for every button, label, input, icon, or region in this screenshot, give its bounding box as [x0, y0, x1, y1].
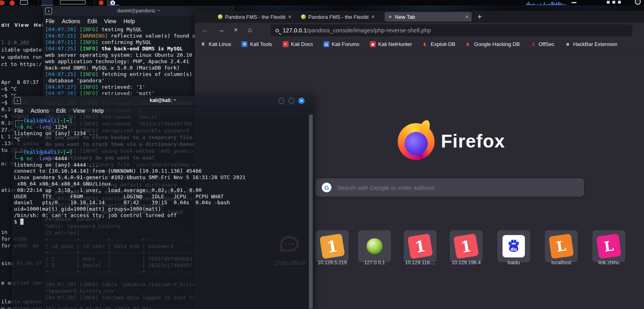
bookmark-kali-nethunter[interactable]: ◆Kali NetHunter [370, 41, 412, 47]
terminal-line: connect to [10.10.14.14] from (UNKNOWN) … [14, 168, 202, 174]
bookmark-label: HackBar Extension [573, 41, 618, 47]
bookmark-kali-linux[interactable]: KKali Linux [200, 41, 231, 47]
home-icon[interactable]: ⌂ [248, 26, 252, 34]
shortcut-icon: L [596, 233, 621, 259]
terminal-line: USER TTY FROM LOGIN@ IDLE JCPU PCPU WHAT [14, 193, 223, 200]
shortcut-baidu[interactable]: du [497, 230, 530, 262]
sparkline-bar [557, 4, 558, 5]
terminal-line: daniel pts/0 10.10.14.14 07:42 39:15 0.0… [14, 199, 230, 206]
bookmark-label: Kali Tools [250, 41, 272, 47]
back-icon[interactable]: ← [202, 26, 209, 34]
bookmark-kali-forums[interactable]: ▤Kali Forums [323, 41, 359, 47]
search-input[interactable]: G Search with Google or enter address [315, 178, 584, 197]
shortcut-127.0.0.1[interactable] [358, 230, 391, 262]
sparkline-bar [545, 4, 546, 5]
shortcut-label: localhost [537, 260, 585, 265]
firefox-wordmark: Firefox [441, 130, 505, 152]
top-taskbar: 4 [0, 0, 644, 6]
shortcut-10.129.196.4[interactable]: 1 [450, 230, 483, 262]
terminal-line: ilable update [1, 47, 42, 53]
bookmark-label: Exploit-DB [431, 41, 455, 47]
offsec-icon: ▮ [530, 41, 536, 47]
terminal-line: Apr 8 07:37 [1, 79, 39, 86]
svg-text:du: du [510, 247, 516, 252]
taskbar-app-icon[interactable] [0, 0, 5, 5]
sparkline-bar [539, 4, 540, 5]
sparkline-bar [564, 5, 565, 5]
sparkline-bar [542, 5, 542, 5]
shortcut-label: 10.129.196.4 [442, 260, 490, 265]
shortcut-10.129.5.219[interactable]: 1 [316, 230, 349, 262]
taskbar-app-icon[interactable] [10, 0, 15, 6]
taskbar-app-icon[interactable] [42, 0, 53, 4]
tab-close-icon[interactable]: × [288, 14, 291, 20]
shortcut-localhost[interactable]: L [545, 230, 578, 262]
terminal-line: listening on [any] 1234 ... [14, 130, 98, 137]
network-sparkline [526, 0, 566, 5]
taskbar-dot-icon [612, 1, 615, 4]
tab-close-icon[interactable]: × [371, 14, 375, 20]
bookmark-label: Kali Docs [291, 41, 313, 47]
page-icon [389, 16, 391, 18]
terminal-line: x86_64 x86_64 x86_64 GNU/Linux [14, 181, 111, 187]
terminal-content[interactable]: ┌──(kali㉿kali)-[~]└─$ nc -lvnp 1234liste… [12, 96, 314, 309]
sparkline-bar [551, 2, 552, 5]
tab-close-icon[interactable]: × [465, 14, 469, 20]
terminal-line: listening on [any] 4444 ... [14, 162, 98, 168]
sparkline-bar [538, 5, 539, 5]
url-host: 127.0.0.1 [283, 27, 307, 34]
bookmark-exploit-db[interactable]: ◣Exploit-DB [423, 41, 455, 47]
bookmark-label: Kali Linux [209, 41, 231, 47]
shortcut-icon: 1 [407, 233, 433, 259]
shortcut-label: 127.0.0.1 [351, 260, 399, 265]
bookmark-kali-docs[interactable]: ≡Kali Docs [283, 41, 313, 47]
sparkline-bar [528, 2, 529, 5]
terminal-app-icon[interactable] [20, 0, 28, 5]
forward-icon[interactable]: → [218, 26, 225, 34]
shortcut-link.zhihu[interactable]: L [592, 230, 625, 262]
bookmark-label: Kali NetHunter [378, 41, 412, 47]
sparkline-bar [540, 4, 541, 5]
minimize-icon[interactable] [572, 2, 576, 3]
desktop-wallpaper [195, 6, 644, 11]
taskbar-circle-icon[interactable] [635, 0, 641, 5]
taskbar-separator [94, 0, 95, 5]
bookmark-offsec[interactable]: ▮OffSec [530, 41, 554, 47]
terminal-line: ~$ ^C [1, 86, 17, 92]
terminal-line: dit View Help [1, 22, 48, 28]
sparkline-bar [555, 4, 556, 5]
sparkline-bar [550, 4, 551, 5]
tab-title: Pandora FMS - the Flexibl [308, 14, 369, 20]
tab-pandora-fms[interactable]: Pandora FMS - the Flexibl× [298, 12, 378, 22]
tab-new-tab[interactable]: New Tab× [385, 12, 472, 22]
bookmark-hackbar[interactable]: ⊕HackBar Extension [565, 41, 618, 47]
shortcut-label: baidu [490, 260, 538, 265]
tab-pandora-fms[interactable]: Pandora FMS - the Flexibl× [215, 12, 295, 22]
kali-linux-icon: K [200, 41, 206, 47]
sparkline-bar [533, 3, 534, 5]
bookmark-google-hacking-db[interactable]: ◣Google Hacking DB [466, 41, 520, 47]
active-app-indicator [41, 5, 53, 6]
bookmark-kali-tools[interactable]: ⚙Kali Tools [241, 41, 272, 47]
scrollbar[interactable] [309, 114, 313, 309]
terminal-line: $ █ [14, 219, 23, 225]
kali-docs-icon: ≡ [283, 41, 289, 47]
sparkline-bar [566, 4, 566, 5]
search-icon [275, 29, 279, 32]
netcat-terminal-window[interactable]: ❯ kali@kali: ~ ✕ FileActionsEditViewHelp… [11, 96, 314, 309]
stop-icon[interactable]: × [234, 26, 238, 34]
hackbar-icon: ⊕ [565, 41, 571, 47]
sparkline-bar [552, 2, 553, 5]
terminal-line: Linux pandora 5.4.0-91-generic #102-Ubun… [14, 174, 245, 181]
url-bar[interactable]: 127.0.0.1/pandora_console/images/php-rev… [271, 24, 632, 36]
terminal-line: uid=1000(matt) gid=1000(matt) groups=100… [14, 206, 161, 212]
tab-bar: Pandora FMS - the Flexibl×Pandora FMS - … [195, 11, 644, 23]
new-tab-button[interactable]: + [477, 12, 482, 22]
taskbar-app-icon[interactable] [99, 0, 104, 5]
shortcut-label: link.zhihu [585, 260, 633, 265]
kali-forums-icon: ▤ [323, 41, 329, 47]
active-app-indicator [107, 5, 119, 6]
sparkline-bar [554, 3, 554, 5]
shortcut-10.129.116....[interactable]: 1 [404, 230, 437, 262]
terminal-line: w updates run [1, 54, 42, 60]
